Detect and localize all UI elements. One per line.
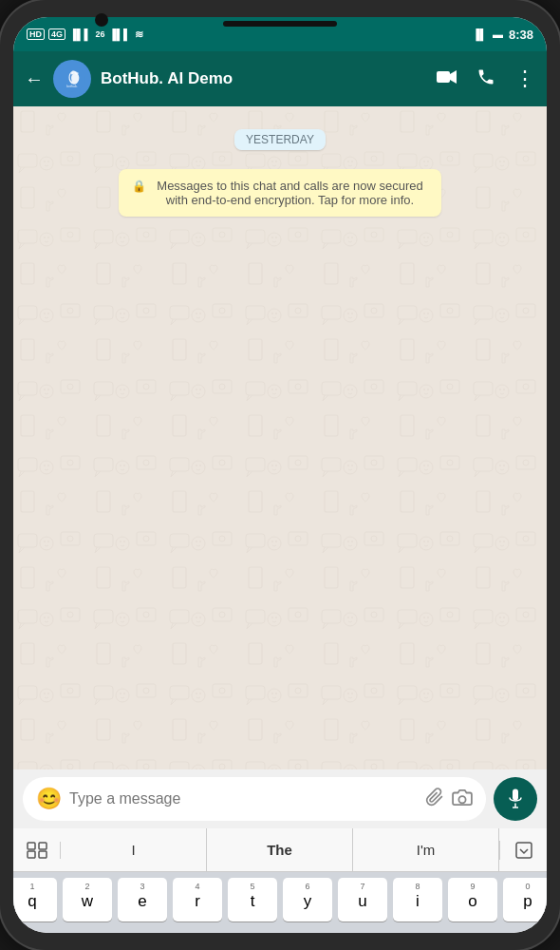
keyboard-rows: 1q 2w 3e 4r 5t 6y 7u 8i 9o 0p: [13, 872, 547, 933]
key-i[interactable]: 8i: [393, 878, 442, 922]
call-icon[interactable]: [476, 67, 495, 91]
phone-shell: HD 4G ▐▌▌ 26 ▐▌▌ ≋ ▐▌ ▬ 8:38 ←: [0, 0, 560, 950]
suggestion-word-Im[interactable]: I'm: [353, 828, 499, 871]
svg-rect-17: [28, 851, 35, 858]
key-w[interactable]: 2w: [63, 878, 112, 922]
header-action-icons: ⋮: [437, 67, 535, 91]
speaker-notch: [223, 21, 337, 27]
svg-rect-16: [39, 843, 47, 849]
encryption-notice[interactable]: 🔒 Messages to this chat and calls are no…: [119, 169, 441, 217]
contact-name[interactable]: BotHub. AI Demo: [101, 69, 427, 88]
bothub-logo-icon: bothub.: [59, 66, 85, 92]
svg-rect-15: [28, 843, 35, 849]
key-p[interactable]: 0p: [503, 878, 547, 922]
keyboard: I The I'm 1q: [13, 828, 547, 933]
status-left-icons: HD 4G ▐▌▌ 26 ▐▌▌ ≋: [27, 28, 143, 41]
camera-button[interactable]: [452, 788, 473, 810]
message-text-input[interactable]: [69, 790, 418, 808]
hd-icon: HD: [27, 28, 45, 40]
vibrate-icon: ▐▌: [472, 28, 487, 40]
suggestion-word-The[interactable]: The: [207, 828, 353, 871]
contact-avatar[interactable]: bothub.: [53, 60, 91, 98]
svg-rect-19: [516, 843, 532, 858]
emoji-button[interactable]: 😊: [36, 787, 62, 811]
attach-button[interactable]: [425, 788, 444, 811]
more-menu-icon[interactable]: ⋮: [514, 68, 535, 89]
suggestion-word-I[interactable]: I: [61, 828, 207, 871]
svg-rect-12: [513, 789, 518, 801]
status-right-icons: ▐▌ ▬ 8:38: [472, 28, 533, 42]
encryption-text: Messages to this chat and calls are now …: [152, 179, 428, 207]
keyboard-expand-button[interactable]: [499, 841, 547, 860]
key-r[interactable]: 4r: [173, 878, 222, 922]
svg-rect-18: [39, 851, 47, 858]
key-row-1: 1q 2w 3e 4r 5t 6y 7u 8i 9o 0p: [17, 878, 543, 922]
camera-dot: [95, 13, 108, 27]
video-call-icon[interactable]: [437, 69, 457, 89]
signal-bars-1: ▐▌▌: [69, 28, 91, 40]
time-display: 8:38: [509, 28, 533, 42]
back-button[interactable]: ←: [25, 68, 44, 90]
message-input-area: 😊: [13, 770, 547, 828]
keyboard-layout-button[interactable]: [13, 842, 61, 859]
date-badge: YESTERDAY: [234, 129, 326, 150]
svg-rect-2: [437, 71, 450, 83]
wifi-icon: ≋: [135, 28, 143, 41]
key-o[interactable]: 9o: [448, 878, 497, 922]
key-u[interactable]: 7u: [338, 878, 387, 922]
key-t[interactable]: 5t: [228, 878, 277, 922]
battery-icon: ▬: [493, 28, 503, 40]
svg-text:bothub.: bothub.: [66, 85, 78, 88]
keyboard-suggestions-bar: I The I'm: [13, 828, 547, 872]
4g-icon: 4G: [48, 28, 65, 40]
lock-icon: 🔒: [132, 180, 146, 193]
mic-button[interactable]: [494, 777, 537, 821]
key-q[interactable]: 1q: [13, 878, 57, 922]
key-e[interactable]: 3e: [118, 878, 167, 922]
chat-area: YESTERDAY 🔒 Messages to this chat and ca…: [13, 106, 547, 770]
message-input-box: 😊: [23, 777, 486, 821]
chat-header: ← bothub. BotHub. AI Demo: [13, 51, 547, 106]
signal-bars-2: ▐▌▌: [108, 28, 130, 40]
phone-screen: HD 4G ▐▌▌ 26 ▐▌▌ ≋ ▐▌ ▬ 8:38 ←: [13, 17, 547, 933]
key-y[interactable]: 6y: [283, 878, 332, 922]
svg-point-11: [458, 796, 465, 803]
network-26: 26: [95, 29, 104, 39]
